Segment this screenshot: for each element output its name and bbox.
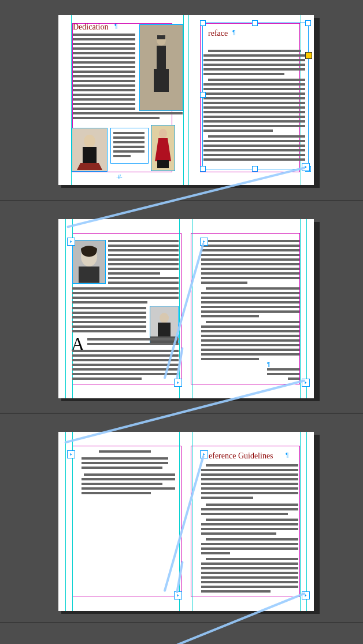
in-port-2l[interactable] [67,238,75,246]
svg-point-15 [160,313,169,323]
hidden-char: ·#· [116,174,123,180]
page-1-right[interactable]: reface ¶ [186,15,314,185]
spread-3: eference Guidelines ¶ [0,414,363,622]
sel-handle-ne[interactable] [305,20,311,26]
svg-rect-4 [157,35,165,39]
guide-v[interactable] [192,432,192,611]
guide-v[interactable] [188,15,189,185]
guide-v[interactable] [192,219,192,398]
pilcrow: ¶ [267,361,270,368]
out-port-2l[interactable] [174,379,182,387]
heading-reference-guidelines-partial: eference Guidelines [209,451,273,461]
sel-handle-sw[interactable] [200,166,206,172]
guide-v[interactable] [72,432,73,611]
svg-rect-16 [158,323,171,339]
guide-v[interactable] [306,219,307,398]
svg-rect-10 [157,160,169,168]
spread-2: A [0,201,363,413]
sel-handle-n[interactable] [252,20,258,26]
caption-frame[interactable] [110,128,149,164]
svg-point-9 [159,129,167,138]
guide-v[interactable] [306,432,307,611]
svg-rect-13 [79,267,99,283]
svg-rect-2 [157,46,166,69]
image-girl-black[interactable] [72,128,108,172]
image-girl-red[interactable] [151,125,175,171]
svg-rect-3 [154,69,169,92]
page-3-right[interactable]: eference Guidelines ¶ [186,432,314,611]
sel-handle-s[interactable] [252,166,258,172]
pilcrow: ¶ [114,23,117,29]
pilcrow: ¶ [286,452,288,458]
selected-text-frame[interactable] [202,23,309,169]
guide-v[interactable] [300,219,301,398]
sel-handle-w[interactable] [200,92,206,98]
guide-v[interactable] [65,219,66,398]
corner-options-widget[interactable] [305,52,312,59]
heading-dedication: Dedication [73,23,108,32]
page-1-left[interactable]: Dedication ¶ [58,15,186,185]
image-woman-bw[interactable] [72,240,106,284]
spread-1: Dedication ¶ [0,0,363,200]
guide-v[interactable] [183,15,184,185]
guide-v[interactable] [65,432,66,611]
pasteboard-divider [0,622,363,623]
sel-handle-nw[interactable] [200,20,206,26]
image-man-portrait[interactable] [139,24,183,111]
svg-point-6 [84,135,95,147]
in-port-3l[interactable] [67,450,75,458]
page-2-right[interactable]: ¶ [186,219,314,398]
guide-v[interactable] [300,432,301,611]
svg-rect-7 [83,147,97,164]
